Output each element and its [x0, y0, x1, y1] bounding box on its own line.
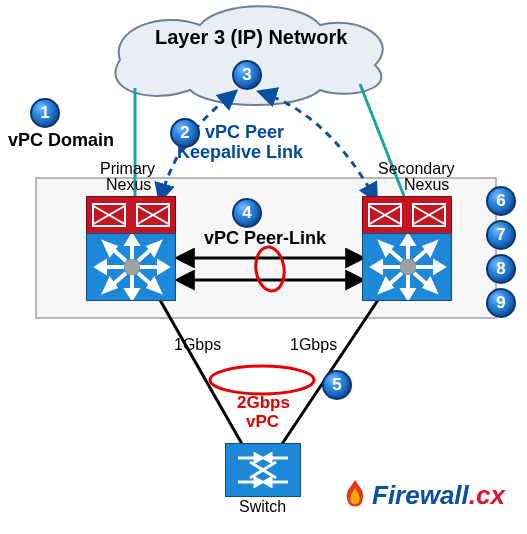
- svg-point-0: [124, 259, 140, 275]
- keepalive-label-l1: vPC Peer: [205, 122, 284, 143]
- logo-part2: .cx: [469, 480, 505, 510]
- svg-marker-37: [264, 454, 271, 462]
- badge-9: 9: [486, 288, 516, 318]
- svg-marker-21: [403, 290, 413, 298]
- badge-1: 1: [30, 98, 60, 128]
- access-switch-device-icon: [225, 443, 301, 497]
- keepalive-label-l2: Keepalive Link: [177, 142, 303, 163]
- svg-marker-33: [425, 280, 435, 291]
- peer-link-label: vPC Peer-Link: [204, 228, 326, 249]
- secondary-nexus-device-icon: [362, 196, 452, 301]
- firewall-cx-logo: Firewall.cx: [372, 480, 505, 511]
- svg-marker-12: [149, 243, 159, 254]
- svg-marker-31: [381, 280, 391, 291]
- svg-marker-29: [425, 243, 435, 254]
- svg-marker-25: [435, 262, 443, 272]
- svg-marker-10: [105, 243, 115, 254]
- right-bw-label: 1Gbps: [290, 336, 337, 354]
- cloud-title: Layer 3 (IP) Network: [155, 26, 347, 49]
- badge-3: 3: [232, 60, 262, 90]
- badge-2: 2: [170, 118, 200, 148]
- logo-part1: Firewall: [372, 480, 469, 510]
- vpc-domain-label: vPC Domain: [8, 130, 114, 151]
- agg-bw-label-l2: vPC: [246, 412, 279, 432]
- svg-marker-4: [127, 290, 137, 298]
- svg-marker-2: [127, 236, 137, 244]
- agg-bw-label-l1: 2Gbps: [237, 393, 290, 413]
- svg-marker-6: [97, 262, 105, 272]
- badge-5: 5: [322, 370, 352, 400]
- badge-8: 8: [486, 254, 516, 284]
- svg-marker-14: [105, 280, 115, 291]
- svg-marker-35: [255, 454, 262, 462]
- vpc-bundle-icon: [210, 366, 314, 394]
- svg-marker-41: [264, 478, 271, 486]
- primary-nexus-device-icon: [86, 196, 176, 301]
- svg-marker-27: [381, 243, 391, 254]
- switch-label: Switch: [239, 498, 286, 516]
- svg-marker-19: [403, 236, 413, 244]
- cloud-icon: [115, 6, 382, 105]
- left-bw-label: 1Gbps: [174, 336, 221, 354]
- badge-6: 6: [486, 186, 516, 216]
- secondary-nexus-label-l2: Nexus: [404, 176, 449, 194]
- badge-4: 4: [232, 198, 262, 228]
- link-primary-switch: [160, 300, 242, 444]
- svg-marker-16: [149, 280, 159, 291]
- svg-point-17: [400, 259, 416, 275]
- badge-7: 7: [486, 220, 516, 250]
- svg-marker-8: [159, 262, 167, 272]
- flame-icon: [338, 478, 372, 512]
- primary-nexus-label-l2: Nexus: [106, 176, 151, 194]
- svg-marker-23: [373, 262, 381, 272]
- svg-marker-39: [255, 478, 262, 486]
